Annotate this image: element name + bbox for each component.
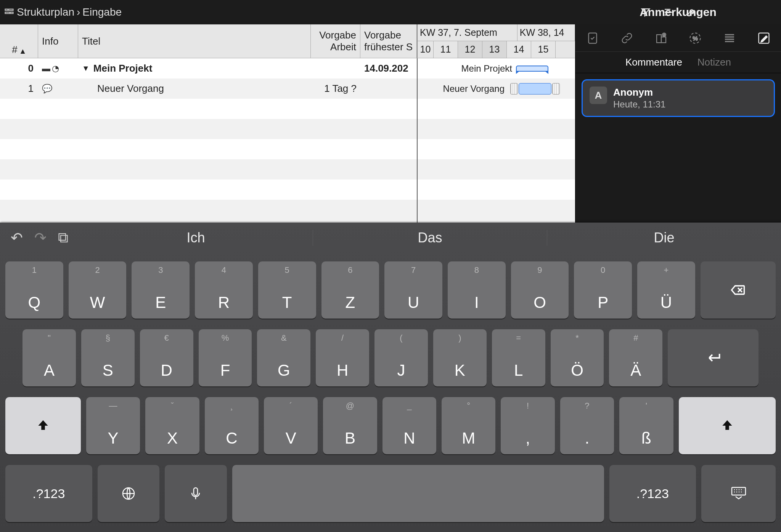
key-.[interactable]: ?. [560, 397, 614, 454]
col-info[interactable]: Info [38, 24, 78, 58]
comment-card[interactable]: A Anonym Heute, 11:31 [582, 79, 775, 117]
edit-icon[interactable] [756, 30, 771, 46]
app-icon [4, 7, 14, 18]
checklist-icon[interactable] [585, 30, 600, 46]
key-k[interactable]: )K [433, 329, 487, 386]
comment-author: Anonym [613, 87, 665, 98]
percent-icon[interactable]: % [688, 30, 703, 46]
svg-rect-5 [657, 35, 661, 43]
backspace-key[interactable] [701, 261, 776, 319]
day-header-row: 10 11 12 13 14 15 [418, 41, 575, 58]
col-number[interactable]: # ▲ [0, 24, 38, 58]
key-y[interactable]: —Y [86, 397, 140, 454]
key-ü[interactable]: +Ü [637, 261, 695, 319]
key-r[interactable]: 4R [195, 261, 253, 319]
suggestion[interactable]: Das [313, 230, 547, 246]
folder-icon: ▬ [42, 64, 50, 74]
crumb-root[interactable]: Strukturplan [17, 6, 74, 18]
link-icon[interactable] [619, 30, 635, 46]
key-t[interactable]: 5T [258, 261, 316, 319]
clock-icon: ◔ [52, 64, 59, 74]
shift-key[interactable] [679, 397, 776, 454]
key-v[interactable]: ´V [264, 397, 318, 454]
space-key[interactable] [232, 465, 604, 522]
cost-icon[interactable]: $ [654, 30, 669, 46]
svg-rect-0 [5, 9, 8, 10]
onscreen-keyboard[interactable]: ↶ ↷ ⧉ Ich Das Die 1Q2W3E4R5T6Z7U8I9O0P+Ü… [0, 223, 781, 532]
key-e[interactable]: 3E [132, 261, 190, 319]
key-f[interactable]: %F [199, 329, 252, 386]
key-j[interactable]: (J [374, 329, 428, 386]
svg-rect-1 [9, 9, 13, 10]
key-h[interactable]: /H [316, 329, 369, 386]
key-b[interactable]: @B [323, 397, 377, 454]
key-ä[interactable]: #Ä [609, 329, 662, 386]
key-n[interactable]: _N [382, 397, 436, 454]
gantt-label: Neuer Vorgang [443, 83, 505, 94]
comment-time: Heute, 11:31 [613, 99, 665, 110]
key-d[interactable]: €D [140, 329, 193, 386]
hide-keyboard-key[interactable] [701, 465, 776, 522]
return-key[interactable] [668, 329, 759, 386]
sort-asc-icon: ▲ [19, 47, 27, 56]
key-a[interactable]: "A [22, 329, 76, 386]
disclosure-triangle-icon[interactable]: ▼ [82, 64, 90, 73]
svg-rect-14 [732, 487, 746, 495]
breadcrumb[interactable]: Strukturplan › Eingabe [4, 6, 122, 18]
undo-icon[interactable]: ↶ [11, 229, 23, 246]
svg-rect-13 [194, 488, 198, 495]
table-header: # ▲ Info Titel Vorgabe Arbeit Vorgabe fr… [0, 24, 575, 58]
key-s[interactable]: §S [81, 329, 135, 386]
key-c[interactable]: ¸C [205, 397, 259, 454]
svg-rect-3 [11, 12, 13, 14]
svg-rect-2 [5, 12, 10, 14]
key-w[interactable]: 2W [69, 261, 127, 319]
col-title[interactable]: Titel [78, 24, 311, 58]
panel-title: Anmerkungen [575, 0, 781, 24]
tab-comments[interactable]: Kommentare [625, 56, 682, 68]
key-ß[interactable]: 'ß [619, 397, 673, 454]
shift-key[interactable] [5, 397, 81, 454]
key-i[interactable]: 8I [448, 261, 506, 319]
redo-icon[interactable]: ↷ [34, 229, 47, 246]
key-q[interactable]: 1Q [5, 261, 63, 319]
clipboard-icon[interactable]: ⧉ [58, 229, 68, 246]
key-g[interactable]: &G [257, 329, 310, 386]
numbers-key[interactable]: .?123 [609, 465, 696, 522]
key-o[interactable]: 9O [511, 261, 569, 319]
mic-key[interactable] [165, 465, 227, 522]
svg-rect-6 [661, 37, 666, 43]
numbers-key[interactable]: .?123 [5, 465, 92, 522]
tab-notes[interactable]: Notizen [697, 56, 731, 68]
key-p[interactable]: 0P [574, 261, 632, 319]
globe-key[interactable] [98, 465, 160, 522]
svg-text:%: % [693, 35, 698, 42]
table-row[interactable]: 1 💬 Neuer Vorgang 1 Tag ? Neuer Vorgang [0, 79, 575, 99]
key-x[interactable]: ˇX [145, 397, 199, 454]
key-u[interactable]: 7U [384, 261, 442, 319]
list-icon[interactable] [722, 30, 737, 46]
gantt-group-bar[interactable] [516, 66, 548, 72]
avatar: A [590, 87, 607, 104]
suggestion[interactable]: Die [547, 230, 781, 246]
week-header[interactable]: KW 38, 14 [517, 24, 575, 41]
col-vorgabe-start[interactable]: Vorgabe frühester S [360, 24, 417, 58]
suggestion[interactable]: Ich [79, 230, 313, 246]
week-header[interactable]: KW 37, 7. Septem [418, 24, 517, 41]
gantt-task-bar[interactable] [510, 83, 560, 95]
chevron-right-icon: › [77, 6, 80, 18]
table-row[interactable]: 0 ▬ ◔ ▼ Mein Projekt 14.09.202 Mein Proj… [0, 58, 575, 79]
key-z[interactable]: 6Z [321, 261, 379, 319]
gantt-label: Mein Projekt [461, 63, 512, 74]
crumb-current: Eingabe [82, 6, 122, 18]
col-vorgabe-arbeit[interactable]: Vorgabe Arbeit [311, 24, 360, 58]
key-m[interactable]: °M [442, 397, 495, 454]
key-,[interactable]: !, [501, 397, 554, 454]
key-ö[interactable]: *Ö [551, 329, 604, 386]
comment-icon[interactable]: 💬 [42, 84, 52, 94]
key-l[interactable]: =L [492, 329, 545, 386]
